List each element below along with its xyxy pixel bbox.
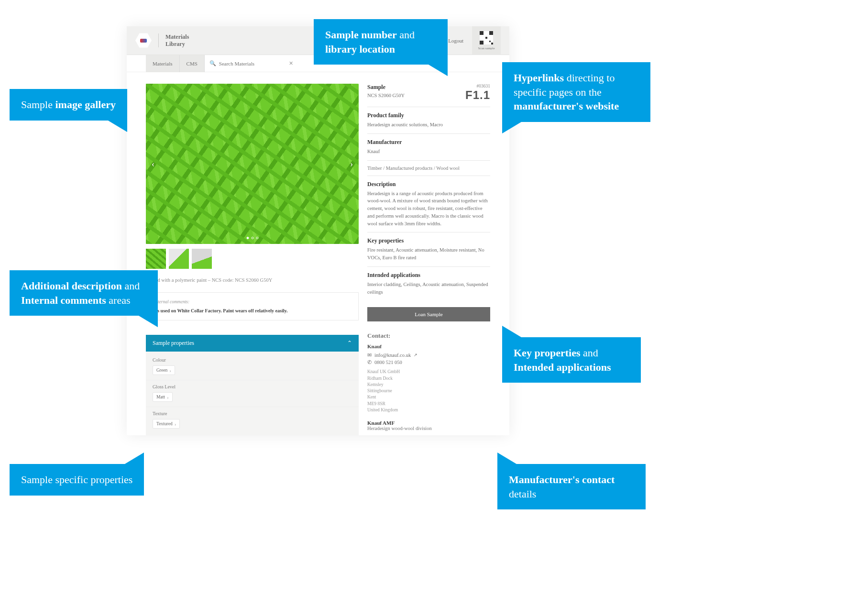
property-chip[interactable]: Textured (153, 419, 180, 429)
manufacturer-label: Manufacturer (367, 139, 490, 146)
external-link-icon: ↗ (414, 353, 418, 357)
content: ‹ › Coated with a polymeric paint – NCS … (127, 72, 509, 435)
thumbnail[interactable] (146, 249, 166, 269)
gallery-prev-button[interactable]: ‹ (152, 159, 154, 169)
phone-icon: ✆ (367, 359, 372, 365)
thumbnail[interactable] (192, 249, 212, 269)
comments-label: Internal comments: (154, 299, 351, 304)
clear-search-icon[interactable]: ✕ (289, 60, 293, 66)
tab-materials[interactable]: Materials (146, 55, 180, 72)
division-name: Knauf AMF (367, 420, 490, 426)
contact-address: Knauf UK GmbH Ridham Dock Kemsley Sittin… (367, 369, 490, 413)
accordion-title: Sample properties (153, 340, 194, 347)
search-icon: 🔍 (209, 60, 216, 66)
gallery-dot[interactable] (251, 237, 253, 239)
contact-block: Contact: Knauf ✉ info@knauf.co.uk ↗ ✆ 08… (367, 332, 490, 431)
callout-sample-properties: Sample specific properties (10, 464, 144, 496)
nav-logout[interactable]: Logout (448, 38, 463, 44)
addr-line: ME9 8SR (367, 401, 490, 407)
product-family-block: Product family Heradesign acoustic solut… (367, 107, 490, 134)
key-properties-text: Fire resistant, Acoustic attenuation, Mo… (367, 246, 490, 262)
description-text: Heradesign is a range of acoustic produc… (367, 190, 490, 228)
callout-hyperlinks: Hyperlinks directing to specific pages o… (502, 62, 650, 122)
tab-cms[interactable]: CMS (180, 55, 205, 72)
gallery-next-button[interactable]: › (350, 159, 353, 169)
product-family-value[interactable]: Heradesign acoustic solutions, Macro (367, 121, 490, 129)
gallery-dots (246, 237, 258, 239)
manufacturer-block: Manufacturer Knauf (367, 134, 490, 161)
intended-applications-label: Intended applications (367, 272, 490, 279)
addr-line: Kemsley (367, 382, 490, 388)
property-chip[interactable]: Matt (153, 392, 173, 402)
key-properties-label: Key properties (367, 237, 490, 244)
sample-properties-accordion: Sample properties ⌃ Colour Green Gloss L… (146, 335, 359, 435)
addr-line: Ridham Dock (367, 375, 490, 382)
email-icon: ✉ (367, 352, 372, 358)
property-row-gloss: Gloss Level Matt (146, 380, 359, 407)
contact-phone: 0800 521 050 (374, 360, 402, 365)
description-label: Description (367, 181, 490, 188)
addr-line: Kent (367, 394, 490, 400)
product-family-label: Product family (367, 112, 490, 119)
callout-additional-description: Additional description and Internal comm… (10, 270, 158, 316)
division-sub: Heradesign wood-wool division (367, 426, 490, 431)
property-row-texture: Texture Textured (146, 407, 359, 433)
contact-company: Knauf (367, 343, 490, 349)
addr-line: Sittingbourne (367, 388, 490, 394)
property-label: Gloss Level (153, 384, 352, 389)
left-column: ‹ › Coated with a polymeric paint – NCS … (146, 84, 359, 435)
brand-line1: Materials (165, 33, 189, 40)
callout-image-gallery: Sample image gallery (10, 89, 127, 121)
gallery-dot[interactable] (256, 237, 258, 239)
property-chip[interactable]: Green (153, 365, 175, 375)
addr-line: Knauf UK GmbH (367, 369, 490, 375)
contact-phone-row[interactable]: ✆ 0800 521 050 (367, 359, 490, 365)
brand-line2: Library (165, 41, 189, 47)
scan-sample-button[interactable]: Scan sample (472, 26, 501, 55)
accordion-body: Colour Green Gloss Level Matt Texture Te… (146, 352, 359, 435)
accordion-header[interactable]: Sample properties ⌃ (146, 335, 359, 352)
brand-logo (135, 33, 152, 49)
addr-line: United Kingdom (367, 407, 490, 413)
gallery-dot[interactable] (246, 237, 249, 239)
contact-heading: Contact: (367, 332, 490, 340)
chevron-up-icon: ⌃ (347, 340, 352, 347)
description-block: Description Heradesign is a range of aco… (367, 176, 490, 233)
division-block: Knauf AMF Heradesign wood-wool division (367, 420, 490, 431)
contact-email-row[interactable]: ✉ info@knauf.co.uk ↗ (367, 352, 490, 358)
brand-title: Materials Library (158, 33, 189, 47)
loan-sample-button[interactable]: Loan Sample (367, 307, 490, 321)
contact-email: info@knauf.co.uk (374, 353, 411, 358)
comments-text: As used on White Collar Factory. Paint w… (154, 308, 287, 313)
sample-number: #03631 (465, 84, 490, 88)
callout-sample-number: Sample number and library location (314, 19, 448, 65)
intended-applications-block: Intended applications Interior cladding,… (367, 267, 490, 301)
sample-label: Sample (367, 84, 405, 91)
thumbnail-strip (146, 249, 359, 269)
gallery-caption: Coated with a polymeric paint – NCS code… (146, 277, 359, 283)
library-location: F1.1 (465, 88, 490, 102)
manufacturer-link[interactable]: Knauf (367, 148, 490, 155)
scan-label: Scan sample (478, 46, 494, 50)
search-input[interactable] (219, 61, 286, 66)
category-breadcrumb[interactable]: Timber / Manufactured products / Wood wo… (367, 166, 490, 171)
qr-icon (480, 31, 493, 44)
callout-key-properties: Key properties and Intended applications (502, 337, 641, 383)
category-breadcrumb-block: Timber / Manufactured products / Wood wo… (367, 161, 490, 176)
search-wrap: 🔍 ✕ (205, 60, 310, 66)
property-row-colour: Colour Green (146, 353, 359, 380)
sample-image-gallery: ‹ › (146, 84, 359, 244)
callout-manufacturer-contact: Manufacturer's contact details (497, 464, 646, 509)
key-properties-block: Key properties Fire resistant, Acoustic … (367, 232, 490, 267)
internal-comments-box: Internal comments: As used on White Coll… (146, 292, 359, 320)
thumbnail[interactable] (169, 249, 189, 269)
intended-applications-text: Interior cladding, Ceilings, Acoustic at… (367, 281, 490, 296)
property-label: Texture (153, 411, 352, 416)
property-label: Colour (153, 357, 352, 363)
app-window: Materials Library Contact Logout Scan sa… (127, 26, 509, 435)
sample-code: NCS S2060 G50Y (367, 92, 405, 99)
sample-header-block: Sample NCS S2060 G50Y #03631 F1.1 (367, 84, 490, 107)
right-column: Sample NCS S2060 G50Y #03631 F1.1 Produc… (367, 84, 490, 435)
